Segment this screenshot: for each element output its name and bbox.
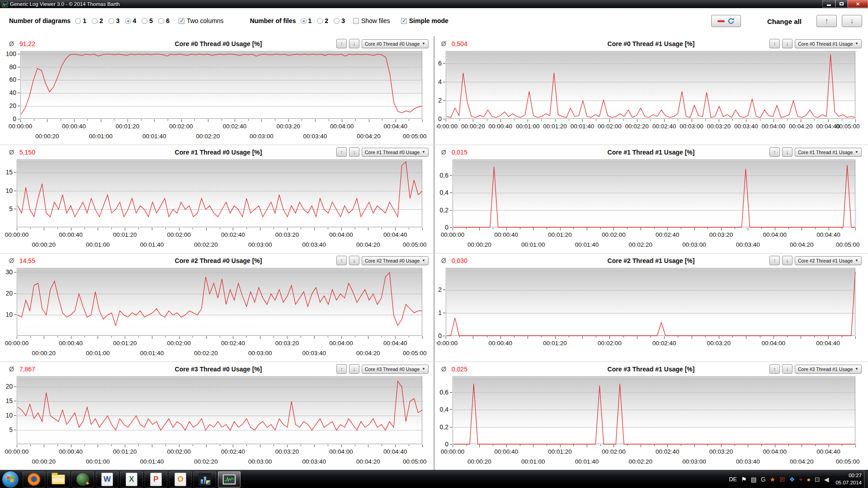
x-axis-tick — [179, 228, 179, 230]
simple-mode-checkbox[interactable]: Simple mode — [401, 17, 448, 24]
x-axis-tick — [111, 445, 112, 446]
checkbox-icon[interactable] — [179, 18, 184, 24]
dongle-icon[interactable]: + — [799, 476, 802, 483]
molecule-icon[interactable]: ❖ — [789, 476, 795, 483]
radio-icon[interactable] — [125, 18, 131, 24]
diagrams-radio-6[interactable]: 6 — [158, 17, 170, 24]
x-axis-label: 00:03:40 — [302, 350, 326, 357]
language-indicator[interactable]: DE — [729, 476, 737, 483]
taskbar-benchmark-tool[interactable] — [193, 471, 216, 488]
signal-select-dropdown[interactable]: Core #3 Thread #0 Usage ▼ — [362, 365, 429, 374]
radio-icon[interactable] — [301, 18, 307, 24]
volume-icon[interactable]: ◀ — [824, 476, 829, 483]
checkbox-icon[interactable] — [401, 18, 407, 24]
diagrams-radio-2[interactable]: 2 — [92, 17, 103, 24]
two-columns-checkbox[interactable]: Two columns — [179, 17, 224, 24]
x-axis-label: 00:01:20 — [113, 340, 137, 347]
move-down-button[interactable]: ↓ — [782, 364, 793, 374]
diagrams-radio-5[interactable]: 5 — [142, 17, 153, 24]
move-up-button[interactable]: ↑ — [336, 147, 347, 157]
comodo-icon[interactable]: ● — [807, 476, 810, 483]
signal-select-dropdown[interactable]: Core #0 Thread #0 Usage ▼ — [362, 39, 429, 48]
close-button[interactable]: × — [848, 0, 868, 8]
checkbox-icon[interactable] — [353, 18, 359, 24]
diagrams-radio-3[interactable]: 3 — [108, 17, 120, 24]
flame-icon[interactable]: ★ — [770, 476, 776, 483]
move-down-button[interactable]: ↓ — [349, 147, 359, 157]
taskbar-excel[interactable]: X — [120, 471, 143, 488]
move-down-button[interactable]: ↓ — [782, 39, 793, 48]
show-desktop-button[interactable] — [864, 470, 868, 488]
diagrams-radio-1[interactable]: 1 — [75, 17, 86, 24]
red-x-icon[interactable]: ☒ — [779, 476, 785, 483]
move-down-button[interactable]: ↓ — [349, 364, 359, 374]
x-axis-label: 00:00:40 — [59, 231, 83, 238]
move-down-button[interactable]: ↓ — [349, 39, 359, 48]
signal-select-dropdown[interactable]: Core #2 Thread #1 Usage ▼ — [795, 256, 862, 265]
move-down-button[interactable]: ↓ — [782, 147, 793, 157]
g-logo-icon[interactable]: G — [761, 476, 766, 483]
x-axis-tick — [528, 119, 528, 122]
taskbar-powerpoint[interactable]: P — [145, 471, 167, 488]
radio-icon[interactable] — [92, 18, 98, 24]
x-axis-tick — [302, 119, 302, 121]
x-axis-label: 00:03:20 — [275, 231, 299, 238]
taskbar-word[interactable]: W — [96, 471, 118, 488]
change-all-down-button[interactable]: ↓ — [842, 15, 862, 27]
move-up-button[interactable]: ↑ — [769, 147, 780, 157]
x-axis-tick — [746, 336, 746, 339]
radio-icon[interactable] — [108, 18, 114, 24]
files-radio-3[interactable]: 3 — [334, 17, 345, 24]
x-axis-tick — [152, 445, 152, 447]
x-axis-label: 00:00:20 — [32, 458, 56, 465]
signal-select-dropdown[interactable]: Core #2 Thread #0 Usage ▼ — [362, 256, 429, 265]
remove-diagram-button[interactable] — [711, 15, 741, 27]
diagrams-radio-4[interactable]: 4 — [125, 17, 137, 24]
x-axis-label: 00:03:00 — [248, 350, 272, 357]
x-axis-tick — [246, 445, 247, 446]
taskbar-explorer[interactable] — [47, 471, 70, 488]
x-axis-label: 00:01:20 — [116, 123, 140, 130]
flag-icon[interactable]: ⚑ — [741, 476, 747, 483]
taskbar-clock[interactable]: 00:27 05.07.2014 — [835, 472, 862, 486]
y-axis-tick — [18, 54, 20, 54]
signal-select-dropdown[interactable]: Core #1 Thread #0 Usage ▼ — [362, 148, 429, 157]
radio-icon[interactable] — [334, 18, 340, 24]
x-axis-label: 00:02:40 — [221, 448, 245, 455]
radio-icon[interactable] — [142, 18, 147, 24]
files-radio-2[interactable]: 2 — [317, 17, 328, 24]
maximize-button[interactable] — [835, 0, 848, 8]
move-up-button[interactable]: ↑ — [336, 39, 347, 48]
x-axis-tick — [582, 336, 583, 339]
radio-icon[interactable] — [158, 18, 164, 24]
x-axis-label: 00:01:20 — [113, 448, 137, 455]
show-files-checkbox[interactable]: Show files — [353, 17, 390, 24]
move-up-button[interactable]: ↑ — [769, 39, 780, 48]
x-axis-label: 00:00:40 — [62, 123, 86, 130]
x-axis-tick — [708, 445, 708, 446]
network-icon[interactable]: ⊡ — [815, 476, 820, 483]
x-axis-label: 00:01:20 — [113, 231, 137, 238]
taskbar-downloader[interactable] — [71, 471, 94, 488]
move-up-button[interactable]: ↑ — [336, 256, 347, 265]
signal-select-dropdown[interactable]: Core #1 Thread #1 Usage ▼ — [795, 148, 862, 157]
taskbar-firefox[interactable] — [23, 471, 45, 488]
printer-icon[interactable]: ▧ — [750, 476, 756, 483]
signal-select-dropdown[interactable]: Core #3 Thread #1 Usage ▼ — [795, 365, 862, 374]
move-up-button[interactable]: ↑ — [336, 364, 347, 374]
files-radio-1[interactable]: 1 — [301, 17, 312, 24]
move-up-button[interactable]: ↑ — [769, 364, 780, 374]
move-down-button[interactable]: ↓ — [782, 256, 793, 265]
x-axis-tick — [369, 119, 369, 122]
taskbar-log-viewer-active[interactable] — [218, 471, 241, 488]
move-up-button[interactable]: ↑ — [769, 256, 780, 265]
start-button[interactable] — [2, 471, 19, 488]
minimize-button[interactable] — [822, 0, 835, 8]
signal-select-dropdown[interactable]: Core #0 Thread #1 Usage ▼ — [795, 39, 862, 48]
radio-icon[interactable] — [75, 18, 81, 24]
move-down-button[interactable]: ↓ — [349, 256, 359, 265]
x-axis-tick — [193, 336, 193, 338]
taskbar-outlook[interactable]: O — [169, 471, 192, 488]
change-all-up-button[interactable]: ↑ — [816, 15, 837, 27]
radio-icon[interactable] — [317, 18, 323, 24]
